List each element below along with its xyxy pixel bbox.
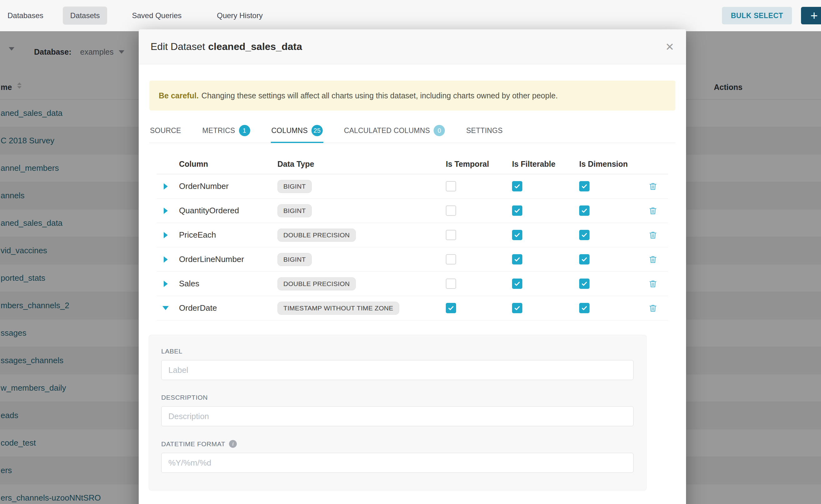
columns-count-badge: 25 [311, 125, 323, 136]
plus-icon: + [810, 9, 818, 23]
is-temporal-checkbox[interactable] [446, 205, 456, 216]
data-type-pill: BIGINT [277, 180, 312, 193]
label-field-label: LABEL [161, 348, 182, 355]
column-type-cell: DOUBLE PRECISION [277, 229, 446, 242]
columns-table: Column Data Type Is Temporal Is Filterab… [157, 154, 668, 320]
column-name: Sales [174, 279, 277, 289]
column-row: PriceEach DOUBLE PRECISION [157, 223, 668, 247]
modal-title-dataset-name: cleaned_sales_data [208, 41, 302, 52]
is-temporal-cell [446, 230, 512, 240]
is-filterable-checkbox[interactable] [512, 181, 522, 191]
modal-title-prefix: Edit Dataset [151, 41, 205, 52]
delete-column-cell [638, 304, 668, 313]
trash-icon[interactable] [649, 304, 657, 313]
header-column: Column [174, 160, 277, 169]
warning-text: Changing these settings will affect all … [201, 91, 558, 100]
data-type-pill: TIMESTAMP WITHOUT TIME ZONE [277, 302, 399, 315]
bulk-select-button[interactable]: BULK SELECT [722, 7, 792, 24]
is-temporal-checkbox[interactable] [446, 303, 456, 313]
column-type-cell: BIGINT [277, 180, 446, 193]
nav-item-saved-queries[interactable]: Saved Queries [124, 7, 189, 25]
is-filterable-checkbox[interactable] [512, 303, 522, 313]
is-filterable-cell [512, 254, 579, 264]
column-row: OrderNumber BIGINT [157, 174, 668, 199]
info-icon[interactable]: i [229, 440, 237, 448]
is-dimension-cell [579, 181, 638, 191]
is-temporal-checkbox[interactable] [446, 230, 456, 240]
is-filterable-cell [512, 230, 579, 240]
delete-column-cell [638, 279, 668, 288]
is-dimension-cell [579, 303, 638, 313]
label-input[interactable] [161, 360, 634, 380]
expand-caret-icon[interactable] [157, 306, 174, 310]
expand-caret-icon[interactable] [157, 256, 174, 263]
column-type-cell: DOUBLE PRECISION [277, 277, 446, 290]
column-name: QuantityOrdered [174, 206, 277, 215]
column-type-cell: TIMESTAMP WITHOUT TIME ZONE [277, 302, 446, 315]
is-dimension-cell [579, 230, 638, 240]
label-field: LABEL [161, 348, 646, 380]
nav-item-query-history[interactable]: Query History [209, 7, 270, 25]
add-dataset-button[interactable]: + [801, 7, 821, 24]
is-filterable-checkbox[interactable] [512, 205, 522, 216]
is-temporal-checkbox[interactable] [446, 279, 456, 289]
is-temporal-cell [446, 181, 512, 191]
is-filterable-cell [512, 205, 579, 216]
is-dimension-cell [579, 254, 638, 264]
is-filterable-checkbox[interactable] [512, 279, 522, 289]
trash-icon[interactable] [649, 231, 657, 240]
tab-columns-label: COLUMNS [271, 126, 308, 135]
datetime-format-input[interactable] [161, 453, 634, 473]
expand-caret-icon[interactable] [157, 183, 174, 190]
is-dimension-cell [579, 279, 638, 289]
is-dimension-checkbox[interactable] [579, 279, 590, 289]
column-name: OrderDate [174, 303, 277, 313]
delete-column-cell [638, 255, 668, 264]
column-detail-editor: LABEL DESCRIPTION DATETIME FORMAT i [149, 335, 647, 491]
tab-columns[interactable]: COLUMNS 25 [271, 120, 323, 143]
is-dimension-checkbox[interactable] [579, 230, 590, 240]
nav-item-databases[interactable]: Databases [0, 7, 51, 25]
trash-icon[interactable] [649, 206, 657, 215]
description-input[interactable] [161, 406, 634, 426]
column-name: PriceEach [174, 230, 277, 240]
tab-settings[interactable]: SETTINGS [466, 120, 503, 143]
trash-icon[interactable] [649, 279, 657, 288]
trash-icon[interactable] [649, 255, 657, 264]
warning-lead: Be careful. [159, 91, 199, 100]
tab-source[interactable]: SOURCE [149, 120, 182, 143]
is-dimension-checkbox[interactable] [579, 254, 590, 264]
description-field-label: DESCRIPTION [161, 394, 208, 401]
expand-caret-icon[interactable] [157, 281, 174, 287]
nav-item-datasets[interactable]: Datasets [63, 7, 107, 25]
is-temporal-cell [446, 254, 512, 264]
datetime-format-field-label: DATETIME FORMAT [161, 440, 225, 448]
is-temporal-checkbox[interactable] [446, 181, 456, 191]
tab-calculated-columns[interactable]: CALCULATED COLUMNS 0 [343, 120, 446, 143]
close-icon[interactable]: ✕ [665, 42, 675, 52]
tab-settings-label: SETTINGS [466, 126, 503, 135]
expand-caret-icon[interactable] [157, 232, 174, 238]
delete-column-cell [638, 182, 668, 191]
is-filterable-checkbox[interactable] [512, 230, 522, 240]
expand-caret-icon[interactable] [157, 208, 174, 214]
is-dimension-checkbox[interactable] [579, 181, 590, 191]
is-dimension-checkbox[interactable] [579, 205, 590, 216]
is-temporal-cell [446, 205, 512, 216]
delete-column-cell [638, 206, 668, 215]
is-temporal-checkbox[interactable] [446, 254, 456, 264]
tab-metrics[interactable]: METRICS 1 [202, 120, 251, 143]
columns-table-body: OrderNumber BIGINT QuantityOrdered BIGIN… [157, 174, 668, 320]
trash-icon[interactable] [649, 182, 657, 191]
calculated-columns-count-badge: 0 [434, 125, 445, 136]
column-row: Sales DOUBLE PRECISION [157, 272, 668, 296]
tab-calculated-columns-label: CALCULATED COLUMNS [344, 126, 430, 135]
edit-dataset-modal: Edit Datasetcleaned_sales_data ✕ Be care… [139, 29, 686, 504]
description-field: DESCRIPTION [161, 394, 646, 426]
delete-column-cell [638, 231, 668, 240]
is-dimension-checkbox[interactable] [579, 303, 590, 313]
data-type-pill: DOUBLE PRECISION [277, 277, 356, 290]
data-type-pill: DOUBLE PRECISION [277, 229, 356, 242]
modal-header: Edit Datasetcleaned_sales_data ✕ [139, 29, 686, 64]
is-filterable-checkbox[interactable] [512, 254, 522, 264]
